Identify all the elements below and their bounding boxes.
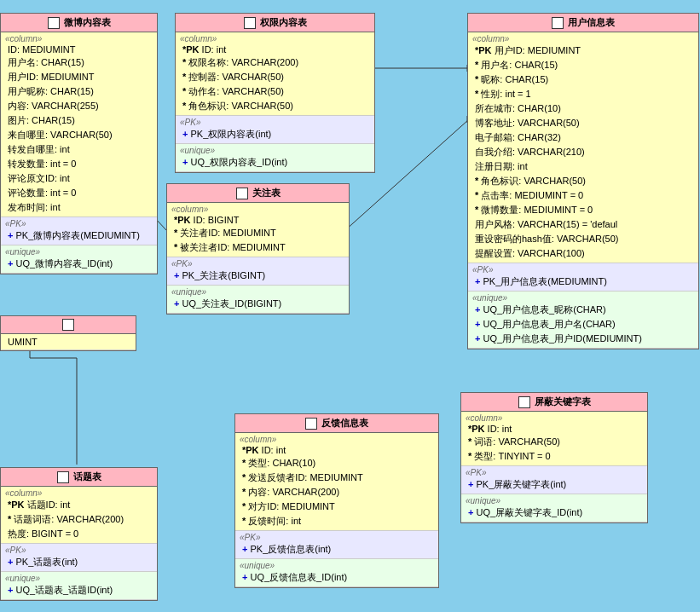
weibo-icon bbox=[48, 17, 60, 29]
yonghu-columns-section: «column» *PK 用户ID: MEDIUMINT * 用户名: CHAR… bbox=[468, 32, 698, 263]
weibo-title: 微博内容表 bbox=[64, 16, 111, 29]
pingbi-unique-section: «unique» + UQ_屏蔽关键字表_ID(int) bbox=[461, 494, 647, 523]
guanzhu-table: 关注表 «column» *PK ID: BIGINT * 关注者ID: MED… bbox=[166, 183, 350, 315]
guanzhu-pk-row: + PK_关注表(BIGINT) bbox=[171, 268, 344, 283]
ht-col-3: 热度: BIGINT = 0 bbox=[5, 527, 153, 541]
yonghu-unique-row-2: + UQ_用户信息表_用户名(CHAR) bbox=[472, 317, 694, 332]
weibo-col-10: 评论原文ID: int bbox=[5, 171, 153, 186]
yonghu-table: 用户信息表 «column» *PK 用户ID: MEDIUMINT * 用户名… bbox=[467, 13, 699, 349]
qx-col-3: * 控制器: VARCHAR(50) bbox=[180, 70, 370, 84]
qx-col-5: * 角色标识: VARCHAR(50) bbox=[180, 99, 370, 113]
fankui-pk-row: + PK_反馈信息表(int) bbox=[240, 542, 434, 557]
gz-col-1: *PK ID: BIGINT bbox=[171, 214, 344, 226]
guanzhu-unique-row: + UQ_关注表_ID(BIGINT) bbox=[171, 297, 344, 311]
quanxian-unique-label: «unique» bbox=[180, 146, 370, 155]
weibo-table: 微博内容表 «column» ID: MEDIUMINT 用户名: CHAR(1… bbox=[0, 13, 158, 274]
pingbi-columns-section: «column» *PK ID: int * 词语: VARCHAR(50) *… bbox=[461, 412, 647, 466]
yh-col-14: 重设密码的hash值: VARCHAR(50) bbox=[472, 232, 694, 246]
fankui-table: 反馈信息表 «column» *PK ID: int * 类型: CHAR(10… bbox=[234, 413, 439, 588]
quanxian-pk-section: «PK» + PK_权限内容表(int) bbox=[176, 116, 374, 144]
ht-col-2: * 话题词语: VARCHAR(200) bbox=[5, 512, 153, 527]
qx-col-2: * 权限名称: VARCHAR(200) bbox=[180, 55, 370, 70]
guanzhu-unique-section: «unique» + UQ_关注表_ID(BIGINT) bbox=[167, 286, 349, 314]
yonghu-header: 用户信息表 bbox=[468, 14, 698, 32]
partial-cols: UMINT bbox=[1, 334, 136, 350]
yonghu-columns-label: «column» bbox=[472, 34, 694, 43]
quanxian-table: 权限内容表 «column» *PK ID: int * 权限名称: VARCH… bbox=[175, 13, 375, 173]
fk-col-6: * 反馈时间: int bbox=[240, 514, 434, 528]
huati-pk-label: «PK» bbox=[5, 546, 153, 555]
yonghu-unique-section: «unique» + UQ_用户信息表_昵称(CHAR) + UQ_用户信息表_… bbox=[468, 292, 698, 349]
weibo-col-7: 来自哪里: VARCHAR(50) bbox=[5, 128, 153, 142]
yh-col-6: 博客地址: VARCHAR(50) bbox=[472, 116, 694, 130]
guanzhu-columns-section: «column» *PK ID: BIGINT * 关注者ID: MEDIUMI… bbox=[167, 203, 349, 257]
fk-col-4: * 内容: VARCHAR(200) bbox=[240, 485, 434, 499]
yonghu-icon bbox=[552, 17, 564, 29]
yh-col-10: * 角色标识: VARCHAR(50) bbox=[472, 174, 694, 188]
weibo-col-6: 图片: CHAR(15) bbox=[5, 113, 153, 128]
qx-col-4: * 动作名: VARCHAR(50) bbox=[180, 84, 370, 99]
fk-col-3: * 发送反馈者ID: MEDIUMINT bbox=[240, 471, 434, 485]
yonghu-unique-row-1: + UQ_用户信息表_昵称(CHAR) bbox=[472, 303, 694, 317]
weibo-col-3: 用户ID: MEDIUMINT bbox=[5, 70, 153, 84]
yonghu-pk-section: «PK» + PK_用户信息表(MEDIUMINT) bbox=[468, 263, 698, 292]
yonghu-title: 用户信息表 bbox=[568, 16, 615, 29]
guanzhu-columns-label: «column» bbox=[171, 205, 344, 214]
guanzhu-unique-label: «unique» bbox=[171, 287, 344, 297]
huati-columns-section: «column» *PK 话题ID: int * 话题词语: VARCHAR(2… bbox=[1, 487, 157, 544]
pingbi-columns-label: «column» bbox=[466, 413, 643, 423]
huati-pk-row: + PK_话题表(int) bbox=[5, 555, 153, 569]
quanxian-pk-label: «PK» bbox=[180, 118, 370, 127]
weibo-col-12: 发布时间: int bbox=[5, 200, 153, 215]
yh-col-7: 电子邮箱: CHAR(32) bbox=[472, 130, 694, 145]
quanxian-unique-section: «unique» + UQ_权限内容表_ID(int) bbox=[176, 144, 374, 172]
fk-col-1: *PK ID: int bbox=[240, 444, 434, 456]
weibo-header: 微博内容表 bbox=[1, 14, 157, 32]
pb-col-1: *PK ID: int bbox=[466, 423, 643, 435]
pingbi-pk-label: «PK» bbox=[466, 468, 643, 477]
quanxian-columns-label: «column» bbox=[180, 34, 370, 43]
partial-table-left: UMINT bbox=[0, 315, 136, 351]
gz-col-3: * 被关注者ID: MEDIUMINT bbox=[171, 240, 344, 255]
partial-header bbox=[1, 316, 136, 334]
fankui-unique-row: + UQ_反馈信息表_ID(int) bbox=[240, 570, 434, 585]
weibo-col-2: 用户名: CHAR(15) bbox=[5, 55, 153, 70]
pingbi-unique-label: «unique» bbox=[466, 496, 643, 505]
huati-unique-row: + UQ_话题表_话题ID(int) bbox=[5, 583, 153, 598]
weibo-col-1: ID: MEDIUMINT bbox=[5, 43, 153, 55]
weibo-columns-section: «column» ID: MEDIUMINT 用户名: CHAR(15) 用户I… bbox=[1, 32, 157, 217]
quanxian-columns-section: «column» *PK ID: int * 权限名称: VARCHAR(200… bbox=[176, 32, 374, 116]
yh-col-9: 注册日期: int bbox=[472, 159, 694, 174]
yonghu-unique-label: «unique» bbox=[472, 293, 694, 303]
partial-col-1: UMINT bbox=[5, 336, 131, 348]
guanzhu-pk-label: «PK» bbox=[171, 259, 344, 268]
fankui-pk-label: «PK» bbox=[240, 533, 434, 542]
fankui-pk-section: «PK» + PK_反馈信息表(int) bbox=[235, 531, 438, 559]
pingbi-table: 屏蔽关键字表 «column» *PK ID: int * 词语: VARCHA… bbox=[460, 392, 648, 523]
yh-col-15: 提醒设置: VARCHAR(100) bbox=[472, 246, 694, 261]
pingbi-icon bbox=[518, 396, 530, 408]
weibo-col-9: 转发数量: int = 0 bbox=[5, 157, 153, 171]
fankui-title: 反馈信息表 bbox=[321, 417, 368, 430]
weibo-unique-row: + UQ_微博内容表_ID(int) bbox=[5, 257, 153, 271]
huati-header: 话题表 bbox=[1, 468, 157, 487]
guanzhu-title: 关注表 bbox=[252, 187, 281, 199]
fankui-unique-section: «unique» + UQ_反馈信息表_ID(int) bbox=[235, 559, 438, 587]
guanzhu-icon bbox=[236, 188, 248, 199]
gz-col-2: * 关注者ID: MEDIUMINT bbox=[171, 226, 344, 240]
pb-col-2: * 词语: VARCHAR(50) bbox=[466, 435, 643, 449]
pingbi-unique-row: + UQ_屏蔽关键字表_ID(int) bbox=[466, 505, 643, 520]
weibo-col-8: 转发自哪里: int bbox=[5, 142, 153, 157]
weibo-col-11: 评论数量: int = 0 bbox=[5, 186, 153, 200]
yonghu-unique-row-3: + UQ_用户信息表_用户ID(MEDIUMINT) bbox=[472, 332, 694, 346]
huati-unique-section: «unique» + UQ_话题表_话题ID(int) bbox=[1, 572, 157, 600]
yh-col-2: * 用户名: CHAR(15) bbox=[472, 58, 694, 72]
huati-table: 话题表 «column» *PK 话题ID: int * 话题词语: VARCH… bbox=[0, 467, 158, 601]
huati-icon bbox=[57, 471, 69, 483]
yh-col-13: 用户风格: VARCHAR(15) = 'defaul bbox=[472, 217, 694, 232]
weibo-unique-section: «unique» + UQ_微博内容表_ID(int) bbox=[1, 245, 157, 274]
huati-title: 话题表 bbox=[73, 471, 101, 483]
fankui-icon bbox=[305, 418, 317, 430]
fk-col-2: * 类型: CHAR(10) bbox=[240, 456, 434, 471]
fankui-columns-section: «column» *PK ID: int * 类型: CHAR(10) * 发送… bbox=[235, 433, 438, 531]
